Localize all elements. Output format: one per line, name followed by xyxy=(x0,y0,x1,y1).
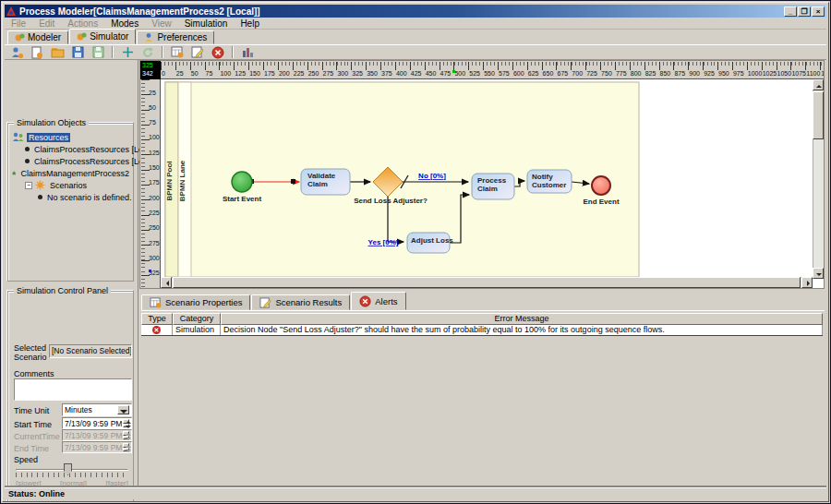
scenario-results-icon xyxy=(191,46,204,58)
tab-scenario-results[interactable]: Scenario Results xyxy=(251,294,350,310)
slider-ticks xyxy=(16,473,128,477)
scroll-left-icon[interactable] xyxy=(161,277,172,288)
refresh-button[interactable] xyxy=(139,45,156,59)
scenarios-icon xyxy=(35,180,45,190)
start-time-spinner[interactable]: 7/13/09 9:59 PM xyxy=(62,417,132,429)
selected-scenario-label: Selected Scenario xyxy=(14,343,47,362)
collapse-icon[interactable]: − xyxy=(25,182,32,189)
vertical-scrollbar[interactable] xyxy=(813,79,824,279)
menu-actions[interactable]: Actions xyxy=(61,18,104,29)
tab-modeler[interactable]: Modeler xyxy=(7,30,68,44)
menu-simulation[interactable]: Simulation xyxy=(178,18,235,29)
simulation-objects-title: Simulation Objects xyxy=(14,118,89,127)
slider-label-faster: [faster] xyxy=(106,479,128,487)
add-icon xyxy=(122,46,134,58)
tree-item-claims-resources-1[interactable]: ClaimsProcessResources [Local] xyxy=(25,143,131,155)
tree-item-no-scenario[interactable]: No scenario is defined. xyxy=(38,191,131,203)
column-error-message[interactable]: Error Message xyxy=(221,313,823,325)
slider-label-slower: [slower] xyxy=(16,479,42,487)
v-cursor-marker xyxy=(149,270,151,272)
v-scroll-thumb[interactable] xyxy=(813,91,824,139)
left-panel: Simulation Objects Resources ClaimsProce… xyxy=(5,60,138,486)
toolbar-separator xyxy=(162,46,163,58)
menu-edit[interactable]: Edit xyxy=(32,18,61,29)
resources-button[interactable] xyxy=(8,45,25,59)
scroll-right-icon[interactable] xyxy=(801,277,813,288)
menu-view[interactable]: View xyxy=(145,18,178,29)
window-title: Process Modeler[ClaimsManagementProcess2… xyxy=(19,6,783,17)
column-category[interactable]: Category xyxy=(173,313,221,325)
h-scroll-thumb[interactable] xyxy=(173,277,801,288)
task-label: Adjust Loss xyxy=(411,236,453,245)
scenario-properties-icon xyxy=(171,46,184,58)
tab-preferences[interactable]: Preferences xyxy=(137,30,214,44)
chart-button[interactable] xyxy=(239,45,256,59)
column-type[interactable]: Type xyxy=(141,313,173,325)
scroll-down-icon[interactable] xyxy=(813,268,824,279)
time-unit-select[interactable]: Minutes xyxy=(62,403,132,416)
time-unit-label: Time Unit xyxy=(14,406,49,415)
menu-modes[interactable]: Modes xyxy=(104,18,145,29)
scenario-results-button[interactable] xyxy=(189,45,206,59)
save-scenario-as-button[interactable] xyxy=(90,45,106,59)
spin-down-icon[interactable] xyxy=(123,424,129,428)
menu-help[interactable]: Help xyxy=(234,18,266,29)
speed-slider[interactable]: [slower] [normal] [faster] xyxy=(16,463,128,487)
add-button[interactable] xyxy=(119,45,136,59)
end-time-label: End Time xyxy=(14,444,49,453)
tree-item-process[interactable]: ClaimsManagementProcess2 xyxy=(12,167,131,179)
bpmn-diagram[interactable]: BPMN Pool BPMN Lane No [0%] Yes [0%] Sta… xyxy=(161,79,814,279)
alerts-button[interactable] xyxy=(210,45,226,59)
simulator-icon xyxy=(77,31,87,42)
restore-button[interactable]: ❐ xyxy=(798,6,811,17)
no-flow-label[interactable]: No [0%] xyxy=(418,172,446,180)
scroll-up-icon[interactable] xyxy=(813,79,824,90)
spin-down-icon xyxy=(123,436,129,440)
tree-item-resources[interactable]: Resources xyxy=(12,131,131,143)
save-scenario-button[interactable] xyxy=(69,45,86,59)
lane-label: BPMN Lane xyxy=(178,160,187,201)
tab-alerts[interactable]: Alerts xyxy=(351,292,405,310)
scenario-properties-button[interactable] xyxy=(169,45,186,59)
end-event-node[interactable] xyxy=(592,176,610,195)
resources-icon xyxy=(12,132,24,142)
start-time-label: Start Time xyxy=(14,420,52,429)
start-event-node[interactable] xyxy=(232,172,252,192)
horizontal-scrollbar[interactable] xyxy=(161,277,813,288)
tab-scenario-properties[interactable]: Scenario Properties xyxy=(141,294,250,310)
title-bar[interactable]: Process Modeler[ClaimsManagementProcess2… xyxy=(5,5,826,18)
chart-icon xyxy=(242,46,254,58)
bottom-panel: Scenario Properties Scenario Results Ale… xyxy=(139,291,825,486)
bullet-icon xyxy=(25,147,30,151)
flow-handle[interactable] xyxy=(291,179,295,184)
alerts-icon xyxy=(359,295,371,307)
bpmn-svg: BPMN Pool BPMN Lane No [0%] Yes [0%] Sta… xyxy=(161,79,814,279)
task-label: Notify xyxy=(532,173,553,181)
new-scenario-button[interactable] xyxy=(29,45,45,59)
end-time-spinner: 7/13/09 9:59 PM xyxy=(62,441,132,453)
task-label: Claim xyxy=(307,180,328,188)
current-time-label: CurrentTime xyxy=(14,432,60,441)
comments-input[interactable] xyxy=(14,378,132,401)
yes-flow-label[interactable]: Yes [0%] xyxy=(368,238,399,246)
tree-item-claims-resources-2[interactable]: ClaimsProcessResources [Local] xyxy=(25,155,131,167)
slider-label-normal: [normal] xyxy=(60,479,87,487)
app-icon xyxy=(6,6,17,17)
diagram-canvas[interactable]: 325 342 02550751001251501752002252502753… xyxy=(139,60,825,289)
open-scenario-button[interactable] xyxy=(49,45,66,59)
alert-message: Decision Node "Send Loss Adjuster?" shou… xyxy=(221,325,823,335)
tree-item-scenarios[interactable]: − Scenarios xyxy=(25,179,131,191)
scenario-results-icon xyxy=(259,297,271,308)
minimize-button[interactable]: _ xyxy=(784,6,797,17)
mode-tab-bar: Modeler Simulator Preferences xyxy=(5,30,826,45)
end-event-label: End Event xyxy=(583,198,619,206)
menu-file[interactable]: File xyxy=(5,18,32,29)
h-ruler: 0255075100125150175200225250275300325350… xyxy=(161,61,824,79)
alert-row[interactable]: ✕ Simulation Decision Node "Send Loss Ad… xyxy=(141,325,823,336)
dropdown-arrow-icon[interactable] xyxy=(117,405,129,414)
tab-simulator[interactable]: Simulator xyxy=(69,29,136,44)
bullet-icon xyxy=(38,195,42,199)
close-button[interactable]: × xyxy=(812,6,825,17)
status-text: Status: Online xyxy=(8,489,65,498)
pool-label: BPMN Pool xyxy=(165,161,174,200)
